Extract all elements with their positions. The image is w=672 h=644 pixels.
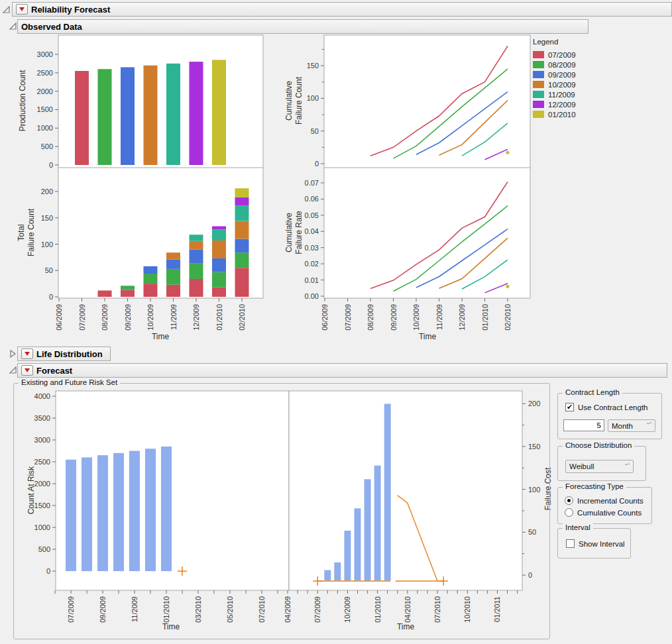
legend-item[interactable]: 10/2009 [533, 80, 576, 89]
choose-distribution-groupbox: Choose Distribution Weibull ˘ˇ [557, 446, 646, 481]
section-header-reliability-forecast[interactable]: Reliability Forecast [12, 2, 672, 17]
svg-text:10/2009: 10/2009 [412, 304, 420, 331]
svg-text:08/2009: 08/2009 [101, 304, 109, 331]
legend-label: 01/2010 [548, 111, 576, 119]
contract-length-title: Contract Length [563, 388, 622, 396]
svg-text:0.02: 0.02 [305, 260, 319, 268]
svg-text:0: 0 [49, 293, 53, 301]
svg-text:0.07: 0.07 [305, 179, 319, 187]
reliability-forecast-window: 0500100015002000250030000501001502000501… [0, 0, 672, 644]
legend-label: 11/2009 [548, 91, 575, 99]
svg-text:0.01: 0.01 [305, 276, 319, 284]
svg-text:0.03: 0.03 [305, 244, 319, 252]
svg-text:07/2009: 07/2009 [344, 304, 352, 331]
legend-item[interactable]: 08/2009 [533, 60, 576, 70]
svg-text:0.04: 0.04 [305, 227, 319, 235]
disclosure-open-icon[interactable] [9, 22, 17, 30]
cumulative-counts-row: Cumulative Counts [565, 508, 642, 517]
legend-swatch-icon [533, 81, 544, 88]
contract-unit-value: Month [612, 422, 633, 430]
risk-set-group-title: Existing and Future Risk Set [19, 378, 120, 386]
disclosure-open-icon[interactable] [9, 366, 17, 374]
section-header-life-distribution[interactable]: Life Distribution [17, 347, 111, 361]
legend-swatch-icon [533, 91, 544, 98]
observed-data-charts: 0500100015002000250030000501001502000501… [17, 35, 530, 341]
distribution-dropdown[interactable]: Weibull ˘ˇ [565, 460, 634, 473]
checkmark-icon: ✔ [567, 403, 573, 411]
svg-text:200: 200 [41, 188, 53, 195]
svg-text:150: 150 [41, 214, 53, 222]
distribution-value: Weibull [569, 462, 594, 470]
forecasting-type-title: Forecasting Type [563, 482, 626, 490]
svg-text:2000: 2000 [37, 87, 53, 95]
red-triangle-menu-icon[interactable] [21, 349, 33, 359]
svg-text:Failure Count: Failure Count [294, 76, 304, 125]
svg-text:150: 150 [307, 62, 319, 70]
cumulative-counts-label: Cumulative Counts [577, 509, 642, 517]
svg-text:11/2009: 11/2009 [170, 304, 178, 330]
svg-text:50: 50 [45, 266, 53, 274]
legend-items: 07/200908/200909/200910/200911/200912/20… [533, 50, 576, 119]
svg-text:Cumulative: Cumulative [284, 213, 294, 252]
svg-text:06/2009: 06/2009 [55, 304, 63, 331]
svg-text:500: 500 [41, 142, 53, 150]
svg-text:Production Count: Production Count [18, 70, 27, 131]
section-header-observed-data[interactable]: Observed Data [17, 19, 588, 34]
legend-swatch-icon [533, 101, 544, 108]
legend-swatch-icon [533, 51, 544, 58]
incremental-counts-radio[interactable] [565, 496, 573, 505]
svg-text:07/2009: 07/2009 [78, 304, 86, 331]
svg-text:09/2009: 09/2009 [124, 304, 132, 331]
legend-swatch-icon [533, 71, 544, 78]
svg-text:1500: 1500 [37, 105, 53, 113]
legend-label: 10/2009 [548, 81, 576, 89]
cumulative-counts-radio[interactable] [565, 508, 573, 517]
use-contract-length-label: Use Contract Length [578, 403, 647, 411]
svg-text:0.06: 0.06 [305, 195, 319, 203]
legend-item[interactable]: 12/2009 [533, 99, 576, 109]
svg-text:1000: 1000 [37, 124, 53, 132]
contract-length-input[interactable] [563, 419, 604, 431]
svg-text:09/2009: 09/2009 [390, 304, 398, 331]
svg-text:01/2010: 01/2010 [481, 304, 489, 331]
svg-text:3000: 3000 [37, 50, 53, 58]
svg-text:100: 100 [307, 94, 319, 102]
section-header-forecast[interactable]: Forecast [17, 363, 667, 378]
red-triangle-menu-icon[interactable] [16, 4, 28, 15]
legend-item[interactable]: 07/2009 [533, 50, 576, 60]
svg-text:12/2009: 12/2009 [192, 304, 200, 331]
svg-text:10/2009: 10/2009 [146, 304, 154, 331]
svg-text:02/2010: 02/2010 [504, 304, 512, 331]
svg-text:100: 100 [41, 241, 53, 248]
chevron-down-icon: ˘ˇ [625, 463, 630, 470]
show-interval-checkbox[interactable] [566, 539, 575, 548]
disclosure-open-icon[interactable] [2, 5, 11, 14]
svg-text:12/2009: 12/2009 [458, 304, 466, 331]
disclosure-collapsed-icon[interactable] [9, 349, 17, 358]
svg-text:11/2009: 11/2009 [435, 304, 443, 330]
legend-label: 07/2009 [548, 51, 576, 59]
svg-text:2500: 2500 [37, 69, 53, 77]
legend-label: 08/2009 [548, 61, 576, 69]
legend-item[interactable]: 11/2009 [533, 89, 576, 99]
interval-title: Interval [563, 523, 593, 531]
legend-swatch-icon [533, 61, 544, 68]
contract-unit-dropdown[interactable]: Month ˘ˇ [608, 419, 655, 432]
svg-text:02/2010: 02/2010 [238, 304, 246, 331]
section-title: Observed Data [21, 22, 82, 32]
legend-title: Legend [533, 38, 576, 46]
red-triangle-menu-icon[interactable] [21, 365, 33, 376]
risk-set-groupbox: Existing and Future Risk Set [13, 383, 550, 639]
legend-item[interactable]: 09/2009 [533, 70, 576, 80]
legend-item[interactable]: 01/2010 [533, 109, 576, 119]
svg-text:Failure Rate: Failure Rate [294, 211, 304, 254]
svg-text:Time: Time [419, 332, 437, 341]
chevron-down-icon: ˘ˇ [647, 422, 651, 429]
svg-text:0: 0 [49, 161, 53, 169]
svg-text:0.05: 0.05 [305, 211, 319, 219]
section-title: Forecast [36, 366, 72, 376]
use-contract-length-checkbox[interactable]: ✔ [565, 403, 574, 411]
svg-text:50: 50 [311, 127, 319, 135]
legend: Legend 07/200908/200909/200910/200911/20… [533, 38, 576, 119]
svg-text:01/2010: 01/2010 [215, 304, 223, 331]
